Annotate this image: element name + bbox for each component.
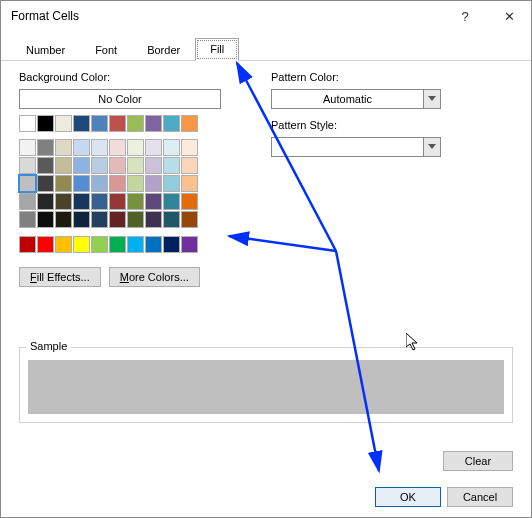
color-swatch[interactable] [55, 157, 72, 174]
sample-preview [28, 360, 504, 414]
color-swatch[interactable] [37, 157, 54, 174]
pattern-color-label: Pattern Color: [271, 71, 513, 83]
color-swatch[interactable] [37, 211, 54, 228]
color-swatch[interactable] [55, 115, 72, 132]
sample-label: Sample [26, 340, 71, 352]
color-swatch[interactable] [55, 139, 72, 156]
color-swatch[interactable] [163, 175, 180, 192]
color-swatch[interactable] [145, 115, 162, 132]
background-color-label: Background Color: [19, 71, 237, 83]
color-swatch[interactable] [127, 175, 144, 192]
cursor-icon [406, 333, 422, 355]
color-swatch[interactable] [181, 157, 198, 174]
color-swatch[interactable] [145, 139, 162, 156]
color-swatch[interactable] [181, 175, 198, 192]
color-swatch[interactable] [109, 115, 126, 132]
color-swatch[interactable] [127, 193, 144, 210]
color-swatch[interactable] [19, 175, 36, 192]
tab-fill[interactable]: Fill [195, 38, 239, 61]
title-bar: Format Cells ? ✕ [1, 1, 531, 31]
close-button[interactable]: ✕ [487, 1, 531, 31]
color-swatch[interactable] [181, 236, 198, 253]
color-swatch[interactable] [145, 157, 162, 174]
color-swatch[interactable] [163, 211, 180, 228]
color-swatch[interactable] [127, 139, 144, 156]
color-swatch[interactable] [145, 211, 162, 228]
color-swatch[interactable] [91, 193, 108, 210]
color-swatch[interactable] [73, 236, 90, 253]
pattern-color-combo[interactable]: Automatic [271, 89, 441, 109]
color-swatch[interactable] [19, 115, 36, 132]
color-swatch[interactable] [127, 211, 144, 228]
color-swatch[interactable] [163, 139, 180, 156]
chevron-down-icon[interactable] [423, 137, 441, 157]
color-swatch[interactable] [91, 236, 108, 253]
pattern-style-combo[interactable] [271, 137, 441, 157]
color-swatch[interactable] [181, 193, 198, 210]
color-swatch[interactable] [73, 193, 90, 210]
color-swatch[interactable] [19, 236, 36, 253]
color-swatch[interactable] [109, 211, 126, 228]
color-swatch[interactable] [109, 139, 126, 156]
sample-group: Sample [19, 347, 513, 423]
pattern-style-label: Pattern Style: [271, 119, 513, 131]
color-swatch[interactable] [19, 193, 36, 210]
color-swatch[interactable] [163, 115, 180, 132]
color-swatch[interactable] [145, 193, 162, 210]
color-swatch[interactable] [127, 236, 144, 253]
color-swatch[interactable] [37, 175, 54, 192]
color-swatch[interactable] [163, 157, 180, 174]
pattern-style-value [271, 137, 423, 157]
cancel-button[interactable]: Cancel [447, 487, 513, 507]
tab-font[interactable]: Font [80, 39, 132, 61]
color-swatch[interactable] [163, 193, 180, 210]
color-swatch[interactable] [145, 175, 162, 192]
color-swatch[interactable] [91, 115, 108, 132]
color-swatch[interactable] [73, 157, 90, 174]
color-swatch[interactable] [109, 157, 126, 174]
no-color-button[interactable]: No Color [19, 89, 221, 109]
ok-button[interactable]: OK [375, 487, 441, 507]
color-swatch[interactable] [145, 236, 162, 253]
dialog-footer: OK Cancel [375, 487, 513, 507]
color-swatch[interactable] [37, 236, 54, 253]
color-swatch[interactable] [127, 115, 144, 132]
tab-number[interactable]: Number [11, 39, 80, 61]
help-button[interactable]: ? [443, 1, 487, 31]
color-swatch[interactable] [73, 175, 90, 192]
color-swatch[interactable] [73, 139, 90, 156]
color-swatch[interactable] [55, 211, 72, 228]
tab-border[interactable]: Border [132, 39, 195, 61]
fill-effects-button[interactable]: Fill Effects... [19, 267, 101, 287]
pattern-color-value: Automatic [271, 89, 423, 109]
color-swatch[interactable] [163, 236, 180, 253]
color-swatch[interactable] [73, 115, 90, 132]
color-swatch[interactable] [91, 157, 108, 174]
color-swatch[interactable] [127, 157, 144, 174]
format-cells-dialog: Format Cells ? ✕ Number Font Border Fill… [0, 0, 532, 518]
color-swatch[interactable] [37, 139, 54, 156]
color-swatch[interactable] [181, 115, 198, 132]
color-swatch[interactable] [55, 175, 72, 192]
color-swatch[interactable] [55, 193, 72, 210]
color-swatch[interactable] [19, 139, 36, 156]
color-swatch[interactable] [19, 211, 36, 228]
color-swatch[interactable] [73, 211, 90, 228]
chevron-down-icon[interactable] [423, 89, 441, 109]
more-colors-button[interactable]: More Colors... [109, 267, 200, 287]
color-swatch[interactable] [109, 193, 126, 210]
color-swatch[interactable] [181, 211, 198, 228]
color-swatch[interactable] [19, 157, 36, 174]
color-swatch[interactable] [55, 236, 72, 253]
color-swatch[interactable] [109, 175, 126, 192]
color-swatch[interactable] [91, 175, 108, 192]
color-swatch[interactable] [91, 211, 108, 228]
tab-strip: Number Font Border Fill [1, 31, 531, 61]
clear-button[interactable]: Clear [443, 451, 513, 471]
color-swatch[interactable] [37, 115, 54, 132]
color-swatch[interactable] [181, 139, 198, 156]
theme-color-palette [19, 115, 237, 228]
color-swatch[interactable] [37, 193, 54, 210]
color-swatch[interactable] [109, 236, 126, 253]
color-swatch[interactable] [91, 139, 108, 156]
